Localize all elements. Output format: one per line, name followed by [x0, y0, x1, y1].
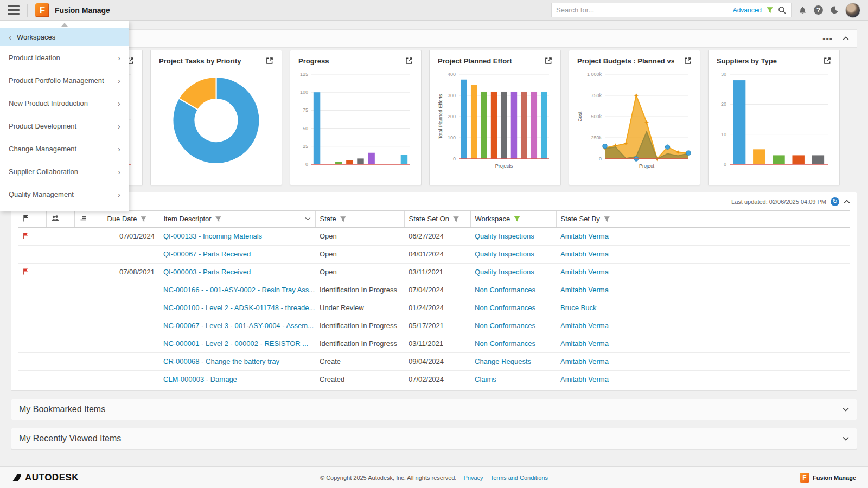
due-date-filter-icon[interactable] [140, 216, 147, 222]
item-descriptor-link[interactable]: CR-000068 - Change the battery tray [163, 357, 279, 365]
table-cell: 09/04/2024 [404, 352, 470, 370]
red-flag-icon[interactable] [22, 268, 29, 275]
my-recently-viewed-items-section[interactable]: My Recently Viewed Items [11, 428, 857, 450]
search-box[interactable]: Advanced [551, 3, 792, 17]
advanced-search-link[interactable]: Advanced [733, 7, 762, 14]
workspace-link[interactable]: Quality Inspections [475, 268, 534, 276]
table-cell: 06/27/2024 [404, 227, 470, 245]
item-descriptor-link[interactable]: CLM-000003 - Damage [163, 375, 237, 383]
menu-scroll-up-icon[interactable] [61, 23, 68, 27]
state-set-by-link[interactable]: Bruce Buck [560, 304, 596, 312]
search-input[interactable] [556, 6, 729, 14]
item-descriptor-link[interactable]: NC-000001 - Level 2 - 000002 - RESISTOR … [163, 339, 308, 348]
table-cell [74, 352, 103, 370]
workspace-link[interactable]: Non Conformances [475, 339, 535, 348]
state-set-by-link[interactable]: Amitabh Verma [560, 232, 609, 240]
card-title: Progress [298, 57, 329, 65]
workspace-link[interactable]: Quality Inspections [475, 232, 534, 240]
notifications-bell-icon[interactable] [798, 5, 807, 15]
my-bookmarked-items-section[interactable]: My Bookmarked Items [11, 399, 857, 420]
menu-items: Product Ideation›Product Portfolio Manag… [0, 46, 129, 206]
state-set-by-link[interactable]: Amitabh Verma [560, 250, 609, 258]
assigned-group-column-header[interactable] [46, 211, 74, 227]
collapse-outstanding-icon[interactable] [844, 200, 850, 204]
menu-back-workspaces[interactable]: ‹ Workspaces [0, 28, 129, 46]
card-title: Project Planned Effort [438, 57, 512, 65]
expand-recent-icon[interactable] [843, 436, 849, 441]
external-link-icon[interactable] [545, 57, 552, 65]
sidebar-item[interactable]: Supplier Collaboration› [0, 160, 129, 183]
chevron-left-icon: ‹ [9, 33, 11, 41]
table-cell: Amitabh Verma [556, 227, 850, 245]
table-cell [18, 227, 46, 245]
external-link-icon[interactable] [684, 57, 692, 65]
refresh-icon[interactable]: ↻ [831, 197, 839, 206]
table-cell [74, 227, 103, 245]
sidebar-item[interactable]: Quality Management› [0, 183, 129, 206]
table-cell [46, 317, 74, 335]
hamburger-menu-icon[interactable] [8, 5, 20, 15]
workspace-link[interactable]: Non Conformances [475, 322, 535, 330]
state-set-by-link[interactable]: Amitabh Verma [560, 375, 609, 383]
expand-bookmarked-icon[interactable] [843, 407, 849, 412]
table-cell [18, 335, 46, 352]
user-avatar[interactable] [845, 3, 860, 18]
svg-text:10: 10 [721, 132, 726, 137]
card-title: Suppliers by Type [717, 57, 777, 65]
table-cell: QI-000067 - Parts Received [159, 245, 315, 263]
filter-icon[interactable] [766, 7, 774, 14]
external-link-icon[interactable] [266, 57, 273, 65]
table-cell: 03/11/2021 [404, 335, 470, 352]
help-icon[interactable]: ? [814, 5, 823, 15]
state-set-by-link[interactable]: Amitabh Verma [560, 322, 609, 330]
state-set-by-link[interactable]: Amitabh Verma [560, 268, 609, 276]
table-cell: Non Conformances [470, 335, 556, 352]
red-flag-icon[interactable] [22, 232, 29, 239]
more-options-icon[interactable]: ••• [822, 34, 833, 43]
workspace-link[interactable]: Quality Inspections [475, 250, 534, 258]
item-descriptor-link[interactable]: NC-000067 - Level 3 - 001-ASY-0004 - Ass… [163, 322, 314, 330]
workspace-filter-icon-active[interactable] [513, 215, 521, 222]
item-descriptor-link[interactable]: NC-000100 - Level 2 - ADSK-011748 - thre… [163, 304, 315, 312]
sidebar-item[interactable]: Product Portfolio Management› [0, 69, 129, 92]
flag-column-header[interactable] [18, 211, 46, 227]
item-descriptor-dropdown-icon[interactable] [305, 217, 311, 221]
state-set-by-link[interactable]: Amitabh Verma [560, 286, 609, 294]
sidebar-item[interactable]: Change Management› [0, 137, 129, 160]
fusion-manage-logo-icon: F [35, 3, 49, 17]
privacy-link[interactable]: Privacy [464, 474, 483, 481]
state-set-on-filter-icon[interactable] [452, 216, 459, 222]
workspace-link[interactable]: Claims [475, 375, 496, 383]
moon-icon[interactable] [829, 5, 839, 15]
workspace-link[interactable]: Non Conformances [475, 304, 535, 312]
state-set-by-link[interactable]: Amitabh Verma [560, 339, 609, 348]
table-cell [46, 370, 74, 388]
svg-text:400: 400 [448, 72, 456, 77]
table-header-row: Due Date Item Descriptor State St [18, 211, 850, 227]
state-set-by-link[interactable]: Amitabh Verma [560, 357, 609, 365]
table-cell [46, 227, 74, 245]
sidebar-item[interactable]: Product Development› [0, 114, 129, 137]
item-descriptor-link[interactable]: QI-000133 - Incoming Materials [163, 232, 262, 240]
sidebar-item-label: Quality Management [9, 190, 74, 198]
external-link-icon[interactable] [824, 57, 831, 65]
external-link-icon[interactable] [405, 57, 413, 65]
sidebar-item[interactable]: New Product Introduction› [0, 92, 129, 114]
item-descriptor-link[interactable]: QI-000067 - Parts Received [163, 250, 251, 258]
item-descriptor-filter-icon[interactable] [215, 216, 222, 222]
table-cell: Amitabh Verma [556, 281, 850, 299]
svg-text:0: 0 [724, 162, 726, 167]
state-set-by-filter-icon[interactable] [603, 216, 610, 222]
state-flow-column-header[interactable] [74, 211, 103, 227]
search-icon[interactable] [778, 6, 787, 15]
outstanding-work-table: Due Date Item Descriptor State St [18, 211, 850, 388]
collapse-charts-icon[interactable] [843, 36, 849, 41]
workspace-link[interactable]: Change Requests [475, 357, 531, 365]
sidebar-item[interactable]: Product Ideation› [0, 46, 129, 69]
item-descriptor-link[interactable]: QI-000003 - Parts Received [163, 268, 251, 276]
workspace-link[interactable]: Non Conformances [475, 286, 535, 294]
item-descriptor-link[interactable]: NC-000166 - - 001-ASY-0002 - Resin Tray … [163, 286, 315, 294]
state-filter-icon[interactable] [340, 216, 347, 222]
terms-link[interactable]: Terms and Conditions [490, 474, 548, 481]
svg-text:200: 200 [448, 114, 456, 119]
